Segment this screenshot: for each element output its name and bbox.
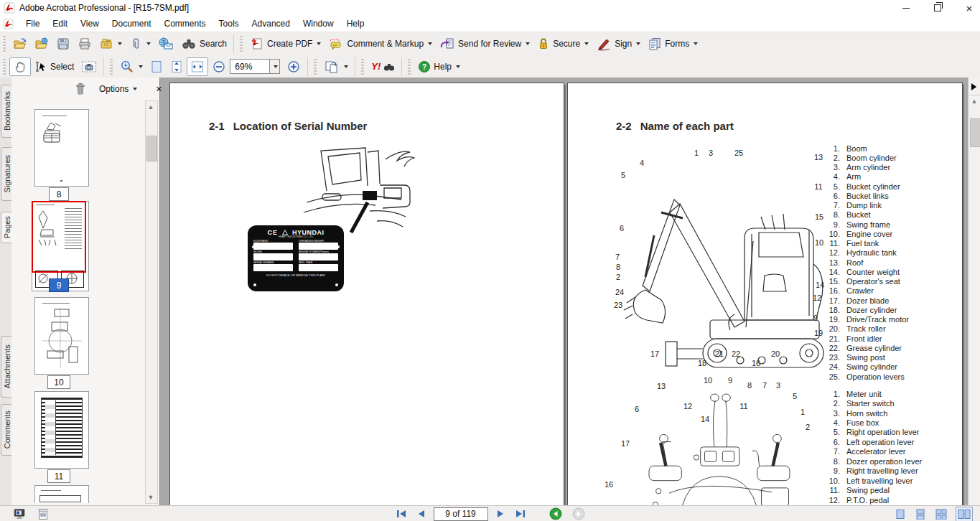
first-page-button[interactable] (393, 508, 409, 520)
zoom-tool-button[interactable] (116, 57, 146, 76)
sign-dropdown-arrow[interactable] (636, 42, 640, 45)
zoom-out-button[interactable] (208, 57, 230, 76)
page-indicator-input[interactable]: 9 of 119 (434, 507, 488, 521)
toolbar-grip[interactable] (408, 59, 411, 75)
single-page-view-button[interactable] (894, 507, 907, 521)
forms-button[interactable]: Forms (644, 34, 701, 53)
tab-comments[interactable]: Comments (1, 404, 12, 456)
zoom-level-input[interactable]: 69% (230, 59, 270, 74)
toolbar-grip[interactable] (3, 36, 6, 52)
toolbar-grip[interactable] (361, 59, 364, 75)
menu-item[interactable]: Help (340, 17, 371, 31)
attach-dropdown-arrow[interactable] (146, 42, 151, 45)
next-page-button[interactable] (494, 508, 507, 520)
pages-options-button[interactable]: Options (96, 83, 140, 95)
page-number-9[interactable]: 9 (49, 278, 69, 292)
zoom-in-button[interactable] (283, 57, 304, 76)
forms-dropdown-arrow[interactable] (694, 42, 698, 45)
fit-width-button[interactable] (187, 57, 208, 76)
parts-list-item: 6.Bucket links (823, 191, 966, 200)
zoom-level-dropdown[interactable] (270, 59, 280, 74)
search-button[interactable]: Search (177, 34, 230, 53)
help-button[interactable]: ? Help (414, 58, 464, 75)
menu-item[interactable]: Tools (213, 17, 246, 31)
select-tool-button[interactable]: Select (31, 57, 78, 76)
page-number-10[interactable]: 10 (47, 375, 70, 389)
create-pdf-dropdown-arrow[interactable] (317, 42, 321, 45)
secure-dropdown-arrow[interactable] (584, 42, 589, 45)
page-thumbnail-partial[interactable] (34, 485, 89, 503)
page-number-label: 10 (54, 377, 63, 388)
secure-button[interactable]: Secure (533, 34, 592, 53)
tab-signatures[interactable]: Signatures (1, 147, 12, 201)
attach-button[interactable] (126, 34, 154, 53)
menu-item[interactable]: Edit (46, 17, 74, 31)
menu-item[interactable]: File (19, 17, 46, 31)
toolbar-pane-toggle[interactable] (971, 83, 976, 90)
plate-field: MODEL (253, 250, 293, 260)
page-number-8[interactable]: 8 (49, 187, 69, 201)
organizer-dropdown-arrow[interactable] (118, 42, 122, 45)
menu-item[interactable]: Advanced (246, 17, 297, 31)
facing-view-button[interactable] (956, 507, 973, 521)
page-layout-dropdown-arrow[interactable] (344, 65, 348, 68)
comment-markup-button[interactable]: Comment & Markup (325, 34, 436, 53)
continuous-view-button[interactable] (914, 507, 927, 521)
last-page-button[interactable] (513, 508, 528, 520)
document-scrollbar[interactable]: ▲ (969, 95, 980, 506)
hand-tool-button[interactable] (9, 57, 31, 76)
open-button[interactable] (9, 34, 31, 53)
toolbar-grip[interactable] (110, 59, 113, 75)
tab-attachments[interactable]: Attachments (1, 336, 12, 398)
send-for-review-dropdown-arrow[interactable] (526, 42, 530, 45)
window-minimize-button[interactable] (901, 3, 911, 13)
scroll-up-arrow[interactable]: ▲ (970, 97, 979, 105)
organizer-button[interactable] (95, 34, 126, 53)
menu-item[interactable]: View (74, 17, 106, 31)
toolbar-grip[interactable] (3, 59, 6, 75)
next-view-button[interactable] (570, 507, 587, 521)
delete-pages-button[interactable] (75, 83, 86, 95)
page-thumbnail-8[interactable] (34, 109, 89, 187)
page-thumbnail-11[interactable] (34, 391, 89, 469)
pages-panel-scrollbar[interactable]: ▲ ▼ (145, 100, 158, 504)
fit-page-button[interactable] (146, 57, 167, 76)
yahoo-search-button[interactable]: Y! (368, 59, 398, 74)
hyundai-triangle-logo (282, 230, 288, 235)
sign-button[interactable]: Sign (592, 34, 644, 53)
page-number-11[interactable]: 11 (47, 469, 70, 483)
scroll-up-arrow[interactable]: ▲ (146, 103, 155, 111)
window-close-button[interactable]: × (964, 3, 974, 13)
open-web-button[interactable] (31, 34, 52, 53)
page-thumbnail-10[interactable] (34, 297, 89, 375)
print-button[interactable] (74, 34, 95, 53)
help-dropdown-arrow[interactable] (456, 65, 460, 68)
zoom-tool-dropdown-arrow[interactable] (139, 65, 143, 68)
window-restore-button[interactable] (933, 3, 943, 13)
snapshot-tool-button[interactable] (78, 57, 101, 76)
menu-item[interactable]: Document (106, 17, 158, 31)
page-number-label: 11 (55, 471, 63, 482)
scroll-down-arrow[interactable]: ▼ (146, 493, 155, 502)
toolbar-grip[interactable] (240, 36, 243, 52)
menu-item[interactable]: Comments (158, 17, 213, 31)
save-button[interactable] (52, 34, 74, 53)
toolbar-grip[interactable] (314, 59, 317, 75)
page-layout-button[interactable] (320, 57, 352, 76)
fit-height-button[interactable] (167, 57, 187, 76)
email-button[interactable] (154, 34, 177, 53)
document-view[interactable]: 2-1 Location of Serial Number (160, 78, 968, 505)
continuous-facing-view-button[interactable] (934, 507, 948, 521)
send-for-review-button[interactable]: Send for Review (436, 34, 533, 53)
scrollbar-thumb[interactable] (146, 136, 157, 161)
create-pdf-button[interactable]: Create PDF (246, 34, 325, 53)
help-label: Help (434, 62, 452, 72)
menu-item[interactable]: Window (297, 17, 340, 31)
create-pdf-label: Create PDF (267, 39, 312, 49)
previous-view-button[interactable] (547, 507, 564, 521)
previous-page-button[interactable] (415, 508, 428, 520)
comment-markup-dropdown-arrow[interactable] (428, 42, 432, 45)
scrollbar-thumb[interactable] (970, 118, 980, 147)
tab-bookmarks[interactable]: Bookmarks (1, 85, 12, 138)
diagram-callout: 3 (776, 381, 780, 390)
